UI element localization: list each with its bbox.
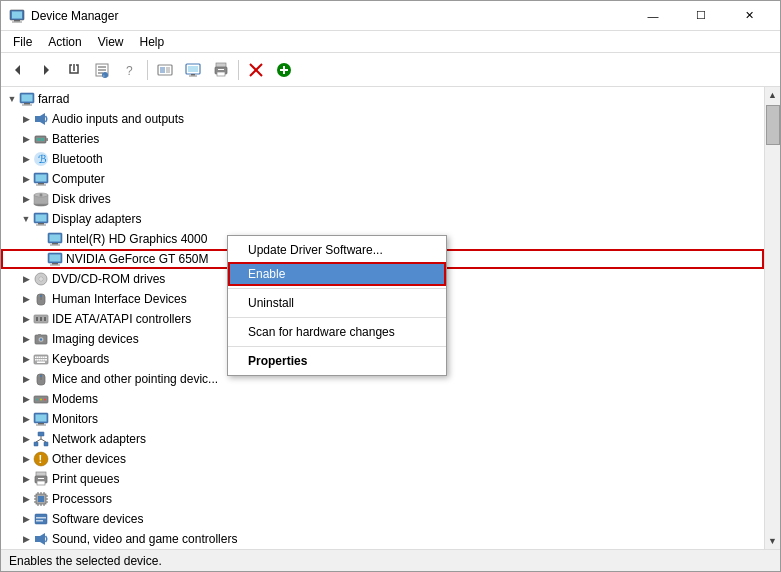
expand-keyboards[interactable]: ▶ — [19, 352, 33, 366]
menu-action[interactable]: Action — [40, 33, 89, 51]
label-other: Other devices — [52, 452, 126, 466]
toolbar-remove[interactable] — [243, 57, 269, 83]
minimize-button[interactable]: — — [630, 1, 676, 31]
expand-disk[interactable]: ▶ — [19, 192, 33, 206]
tree-item-disk[interactable]: ▶ Disk drives — [1, 189, 764, 209]
icon-modems — [33, 391, 49, 407]
ctx-enable[interactable]: Enable — [228, 262, 446, 286]
expand-imaging[interactable]: ▶ — [19, 332, 33, 346]
label-keyboards: Keyboards — [52, 352, 109, 366]
tree-item-network[interactable]: ▶ Network adapters — [1, 429, 764, 449]
scroll-down[interactable]: ▼ — [765, 533, 781, 549]
expand-computer[interactable]: ▶ — [19, 172, 33, 186]
icon-intel — [47, 231, 63, 247]
icon-dvd — [33, 271, 49, 287]
label-bluetooth: Bluetooth — [52, 152, 103, 166]
expand-network[interactable]: ▶ — [19, 432, 33, 446]
expand-processors[interactable]: ▶ — [19, 492, 33, 506]
ctx-update-driver[interactable]: Update Driver Software... — [228, 238, 446, 262]
tree-item-other[interactable]: ▶ ! Other devices — [1, 449, 764, 469]
icon-other: ! — [33, 451, 49, 467]
svg-rect-20 — [188, 66, 198, 72]
svg-point-97 — [40, 399, 42, 401]
window-controls: — ☐ ✕ — [630, 1, 772, 31]
icon-print — [33, 471, 49, 487]
expand-print[interactable]: ▶ — [19, 472, 33, 486]
expand-mice[interactable]: ▶ — [19, 372, 33, 386]
expand-display[interactable]: ▼ — [19, 212, 33, 226]
svg-rect-101 — [38, 423, 44, 425]
menu-help[interactable]: Help — [132, 33, 173, 51]
expand-other[interactable]: ▶ — [19, 452, 33, 466]
icon-ide — [33, 311, 49, 327]
toolbar-monitor[interactable] — [180, 57, 206, 83]
tree-item-software[interactable]: ▶ Software devices — [1, 509, 764, 529]
expand-monitors[interactable]: ▶ — [19, 412, 33, 426]
tree-item-audio[interactable]: ▶ Audio inputs and outputs — [1, 109, 764, 129]
svg-rect-33 — [22, 95, 33, 102]
scrollbar[interactable]: ▲ ▼ — [764, 87, 780, 549]
toolbar-printer[interactable] — [208, 57, 234, 83]
scroll-thumb[interactable] — [766, 105, 780, 145]
ctx-scan[interactable]: Scan for hardware changes — [228, 320, 446, 344]
svg-rect-83 — [43, 357, 45, 359]
menu-view[interactable]: View — [90, 33, 132, 51]
ctx-sep-2 — [228, 317, 446, 318]
status-text: Enables the selected device. — [9, 554, 162, 568]
tree-item-processors[interactable]: ▶ — [1, 489, 764, 509]
maximize-button[interactable]: ☐ — [678, 1, 724, 31]
svg-rect-103 — [38, 432, 44, 436]
expand-audio[interactable]: ▶ — [19, 112, 33, 126]
icon-sound — [33, 531, 49, 547]
tree-item-modems[interactable]: ▶ Modems — [1, 389, 764, 409]
label-ide: IDE ATA/ATAPI controllers — [52, 312, 191, 326]
expand-root[interactable]: ▼ — [5, 92, 19, 106]
svg-rect-46 — [38, 183, 44, 185]
ctx-properties[interactable]: Properties — [228, 349, 446, 373]
expand-software[interactable]: ▶ — [19, 512, 33, 526]
close-button[interactable]: ✕ — [726, 1, 772, 31]
toolbar-back[interactable] — [5, 57, 31, 83]
help-icon: ? — [122, 62, 138, 78]
expand-ide[interactable]: ▶ — [19, 312, 33, 326]
scroll-up[interactable]: ▲ — [765, 87, 781, 103]
tree-item-batteries[interactable]: ▶ Batteries — [1, 129, 764, 149]
remove-icon — [248, 62, 264, 78]
status-bar: Enables the selected device. — [1, 549, 780, 571]
tree-item-sound[interactable]: ▶ Sound, video and game controllers — [1, 529, 764, 549]
expand-batteries[interactable]: ▶ — [19, 132, 33, 146]
label-sound: Sound, video and game controllers — [52, 532, 237, 546]
svg-point-76 — [40, 338, 42, 340]
expand-modems[interactable]: ▶ — [19, 392, 33, 406]
ctx-uninstall[interactable]: Uninstall — [228, 291, 446, 315]
menu-file[interactable]: File — [5, 33, 40, 51]
tree-item-bluetooth[interactable]: ▶ ℬ Bluetooth — [1, 149, 764, 169]
svg-rect-54 — [38, 223, 44, 225]
svg-rect-90 — [45, 359, 47, 361]
toolbar-properties[interactable]: i — [89, 57, 115, 83]
toolbar: i ? — [1, 53, 780, 87]
tree-item-display[interactable]: ▼ Display adapters — [1, 209, 764, 229]
tree-item-root[interactable]: ▼ farrad — [1, 89, 764, 109]
expand-sound[interactable]: ▶ — [19, 532, 33, 546]
toolbar-up[interactable] — [61, 57, 87, 83]
toolbar-separator-2 — [238, 60, 239, 80]
toolbar-help[interactable]: ? — [117, 57, 143, 83]
svg-rect-114 — [38, 478, 44, 479]
toolbar-add[interactable] — [271, 57, 297, 83]
label-modems: Modems — [52, 392, 98, 406]
expand-dvd[interactable]: ▶ — [19, 272, 33, 286]
toolbar-show-hidden[interactable] — [152, 57, 178, 83]
tree-item-computer[interactable]: ▶ Computer — [1, 169, 764, 189]
tree-item-print[interactable]: ▶ Print queues — [1, 469, 764, 489]
show-hidden-icon — [157, 62, 173, 78]
ctx-sep-3 — [228, 346, 446, 347]
expand-bluetooth[interactable]: ▶ — [19, 152, 33, 166]
icon-bluetooth: ℬ — [33, 151, 49, 167]
ctx-sep-1 — [228, 288, 446, 289]
expand-hid[interactable]: ▶ — [19, 292, 33, 306]
tree-item-monitors[interactable]: ▶ Monitors — [1, 409, 764, 429]
icon-audio — [33, 111, 49, 127]
toolbar-forward[interactable] — [33, 57, 59, 83]
svg-rect-91 — [37, 362, 45, 364]
